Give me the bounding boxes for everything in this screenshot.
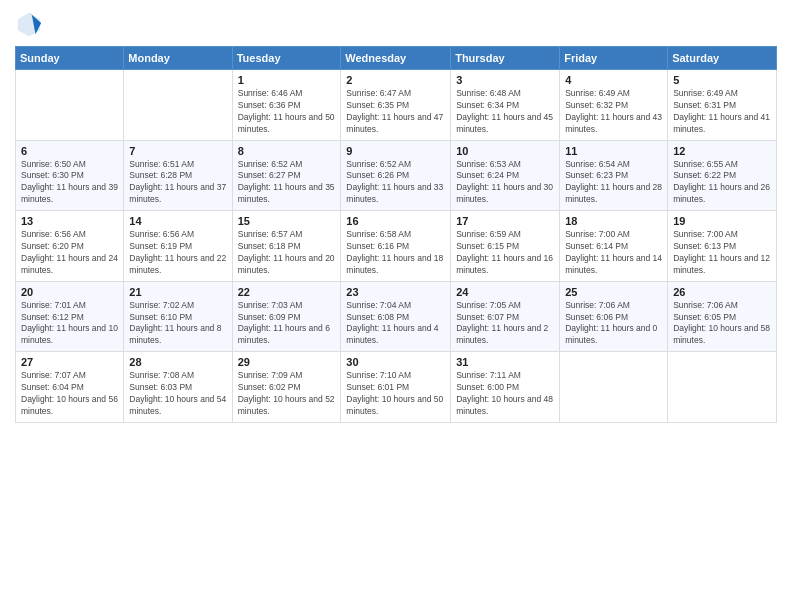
day-number: 27: [21, 356, 118, 368]
day-header-sunday: Sunday: [16, 47, 124, 70]
day-number: 29: [238, 356, 336, 368]
calendar-week-4: 20Sunrise: 7:01 AM Sunset: 6:12 PM Dayli…: [16, 281, 777, 352]
calendar-cell: 14Sunrise: 6:56 AM Sunset: 6:19 PM Dayli…: [124, 211, 232, 282]
day-info: Sunrise: 6:50 AM Sunset: 6:30 PM Dayligh…: [21, 159, 118, 207]
day-info: Sunrise: 6:46 AM Sunset: 6:36 PM Dayligh…: [238, 88, 336, 136]
calendar-cell: 2Sunrise: 6:47 AM Sunset: 6:35 PM Daylig…: [341, 70, 451, 141]
day-number: 10: [456, 145, 554, 157]
day-info: Sunrise: 7:10 AM Sunset: 6:01 PM Dayligh…: [346, 370, 445, 418]
day-number: 31: [456, 356, 554, 368]
calendar-cell: 21Sunrise: 7:02 AM Sunset: 6:10 PM Dayli…: [124, 281, 232, 352]
day-info: Sunrise: 7:04 AM Sunset: 6:08 PM Dayligh…: [346, 300, 445, 348]
day-header-thursday: Thursday: [451, 47, 560, 70]
day-number: 12: [673, 145, 771, 157]
calendar-cell: 5Sunrise: 6:49 AM Sunset: 6:31 PM Daylig…: [668, 70, 777, 141]
day-number: 15: [238, 215, 336, 227]
day-info: Sunrise: 7:00 AM Sunset: 6:14 PM Dayligh…: [565, 229, 662, 277]
calendar-cell: 26Sunrise: 7:06 AM Sunset: 6:05 PM Dayli…: [668, 281, 777, 352]
day-info: Sunrise: 6:49 AM Sunset: 6:32 PM Dayligh…: [565, 88, 662, 136]
day-number: 1: [238, 74, 336, 86]
day-number: 20: [21, 286, 118, 298]
day-number: 25: [565, 286, 662, 298]
day-header-monday: Monday: [124, 47, 232, 70]
day-number: 3: [456, 74, 554, 86]
day-info: Sunrise: 6:53 AM Sunset: 6:24 PM Dayligh…: [456, 159, 554, 207]
calendar-cell: 24Sunrise: 7:05 AM Sunset: 6:07 PM Dayli…: [451, 281, 560, 352]
day-info: Sunrise: 6:52 AM Sunset: 6:27 PM Dayligh…: [238, 159, 336, 207]
day-info: Sunrise: 7:08 AM Sunset: 6:03 PM Dayligh…: [129, 370, 226, 418]
day-number: 28: [129, 356, 226, 368]
day-header-wednesday: Wednesday: [341, 47, 451, 70]
day-number: 21: [129, 286, 226, 298]
day-info: Sunrise: 7:07 AM Sunset: 6:04 PM Dayligh…: [21, 370, 118, 418]
calendar-cell: 22Sunrise: 7:03 AM Sunset: 6:09 PM Dayli…: [232, 281, 341, 352]
calendar-cell: 7Sunrise: 6:51 AM Sunset: 6:28 PM Daylig…: [124, 140, 232, 211]
calendar-cell: 27Sunrise: 7:07 AM Sunset: 6:04 PM Dayli…: [16, 352, 124, 423]
calendar-cell: 16Sunrise: 6:58 AM Sunset: 6:16 PM Dayli…: [341, 211, 451, 282]
calendar: SundayMondayTuesdayWednesdayThursdayFrid…: [15, 46, 777, 423]
calendar-week-1: 1Sunrise: 6:46 AM Sunset: 6:36 PM Daylig…: [16, 70, 777, 141]
logo-icon: [15, 10, 43, 38]
calendar-week-5: 27Sunrise: 7:07 AM Sunset: 6:04 PM Dayli…: [16, 352, 777, 423]
calendar-cell: 28Sunrise: 7:08 AM Sunset: 6:03 PM Dayli…: [124, 352, 232, 423]
day-info: Sunrise: 6:56 AM Sunset: 6:20 PM Dayligh…: [21, 229, 118, 277]
calendar-cell: 23Sunrise: 7:04 AM Sunset: 6:08 PM Dayli…: [341, 281, 451, 352]
day-number: 26: [673, 286, 771, 298]
calendar-cell: 11Sunrise: 6:54 AM Sunset: 6:23 PM Dayli…: [560, 140, 668, 211]
calendar-cell: 1Sunrise: 6:46 AM Sunset: 6:36 PM Daylig…: [232, 70, 341, 141]
day-info: Sunrise: 7:02 AM Sunset: 6:10 PM Dayligh…: [129, 300, 226, 348]
calendar-cell: 12Sunrise: 6:55 AM Sunset: 6:22 PM Dayli…: [668, 140, 777, 211]
day-number: 23: [346, 286, 445, 298]
day-number: 14: [129, 215, 226, 227]
day-number: 18: [565, 215, 662, 227]
header: [15, 10, 777, 38]
day-number: 13: [21, 215, 118, 227]
calendar-cell: 6Sunrise: 6:50 AM Sunset: 6:30 PM Daylig…: [16, 140, 124, 211]
day-info: Sunrise: 6:49 AM Sunset: 6:31 PM Dayligh…: [673, 88, 771, 136]
day-info: Sunrise: 7:05 AM Sunset: 6:07 PM Dayligh…: [456, 300, 554, 348]
day-info: Sunrise: 7:11 AM Sunset: 6:00 PM Dayligh…: [456, 370, 554, 418]
calendar-cell: 4Sunrise: 6:49 AM Sunset: 6:32 PM Daylig…: [560, 70, 668, 141]
day-header-friday: Friday: [560, 47, 668, 70]
calendar-week-3: 13Sunrise: 6:56 AM Sunset: 6:20 PM Dayli…: [16, 211, 777, 282]
day-number: 17: [456, 215, 554, 227]
day-info: Sunrise: 7:06 AM Sunset: 6:05 PM Dayligh…: [673, 300, 771, 348]
day-number: 16: [346, 215, 445, 227]
calendar-cell: [560, 352, 668, 423]
day-number: 2: [346, 74, 445, 86]
day-number: 8: [238, 145, 336, 157]
calendar-cell: 25Sunrise: 7:06 AM Sunset: 6:06 PM Dayli…: [560, 281, 668, 352]
day-info: Sunrise: 6:54 AM Sunset: 6:23 PM Dayligh…: [565, 159, 662, 207]
calendar-cell: 29Sunrise: 7:09 AM Sunset: 6:02 PM Dayli…: [232, 352, 341, 423]
calendar-cell: 17Sunrise: 6:59 AM Sunset: 6:15 PM Dayli…: [451, 211, 560, 282]
calendar-cell: 18Sunrise: 7:00 AM Sunset: 6:14 PM Dayli…: [560, 211, 668, 282]
calendar-cell: 8Sunrise: 6:52 AM Sunset: 6:27 PM Daylig…: [232, 140, 341, 211]
day-info: Sunrise: 7:01 AM Sunset: 6:12 PM Dayligh…: [21, 300, 118, 348]
day-info: Sunrise: 6:48 AM Sunset: 6:34 PM Dayligh…: [456, 88, 554, 136]
day-header-tuesday: Tuesday: [232, 47, 341, 70]
calendar-cell: 19Sunrise: 7:00 AM Sunset: 6:13 PM Dayli…: [668, 211, 777, 282]
day-info: Sunrise: 7:06 AM Sunset: 6:06 PM Dayligh…: [565, 300, 662, 348]
calendar-cell: 20Sunrise: 7:01 AM Sunset: 6:12 PM Dayli…: [16, 281, 124, 352]
day-number: 6: [21, 145, 118, 157]
calendar-cell: 13Sunrise: 6:56 AM Sunset: 6:20 PM Dayli…: [16, 211, 124, 282]
calendar-cell: 10Sunrise: 6:53 AM Sunset: 6:24 PM Dayli…: [451, 140, 560, 211]
day-number: 7: [129, 145, 226, 157]
day-number: 11: [565, 145, 662, 157]
day-info: Sunrise: 6:58 AM Sunset: 6:16 PM Dayligh…: [346, 229, 445, 277]
calendar-cell: [124, 70, 232, 141]
day-info: Sunrise: 6:51 AM Sunset: 6:28 PM Dayligh…: [129, 159, 226, 207]
calendar-cell: 9Sunrise: 6:52 AM Sunset: 6:26 PM Daylig…: [341, 140, 451, 211]
logo: [15, 10, 47, 38]
day-number: 19: [673, 215, 771, 227]
day-info: Sunrise: 6:56 AM Sunset: 6:19 PM Dayligh…: [129, 229, 226, 277]
day-info: Sunrise: 7:09 AM Sunset: 6:02 PM Dayligh…: [238, 370, 336, 418]
day-info: Sunrise: 7:00 AM Sunset: 6:13 PM Dayligh…: [673, 229, 771, 277]
day-info: Sunrise: 6:55 AM Sunset: 6:22 PM Dayligh…: [673, 159, 771, 207]
calendar-cell: 30Sunrise: 7:10 AM Sunset: 6:01 PM Dayli…: [341, 352, 451, 423]
calendar-cell: [668, 352, 777, 423]
calendar-cell: 3Sunrise: 6:48 AM Sunset: 6:34 PM Daylig…: [451, 70, 560, 141]
day-number: 9: [346, 145, 445, 157]
day-number: 5: [673, 74, 771, 86]
day-number: 22: [238, 286, 336, 298]
